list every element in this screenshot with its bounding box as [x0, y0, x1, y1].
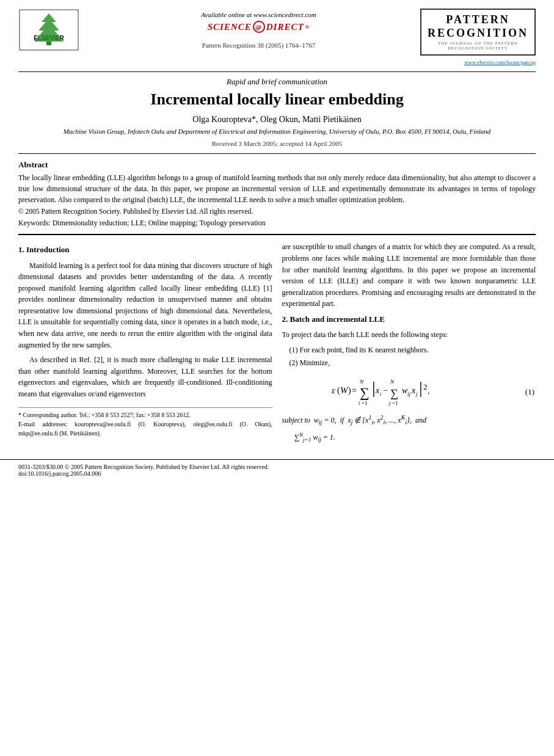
received-dates: Received 3 March 2005; accepted 14 April…: [18, 140, 536, 147]
svg-text:−: −: [383, 386, 388, 395]
journal-title-line1: PATTERN: [428, 13, 528, 27]
svg-text:∑: ∑: [390, 387, 398, 399]
svg-text:∑: ∑: [360, 385, 370, 400]
journal-reference: Pattern Recognition 38 (2005) 1764–1767: [202, 42, 316, 49]
at-icon: @: [253, 21, 265, 33]
authors: Olga Kouropteva*, Oleg Okun, Matti Pieti…: [18, 115, 536, 125]
svg-text:|: |: [372, 378, 376, 397]
registered-mark: ®: [305, 24, 310, 30]
body-rule: [18, 234, 536, 235]
page: ELSEVIER Available online at www.science…: [0, 0, 554, 756]
formula-number: (1): [525, 386, 536, 398]
step2: (2) Minimize,: [282, 357, 536, 369]
right-para1: are susceptible to small changes of a ma…: [282, 241, 536, 310]
journal-subtitle: THE JOURNAL OF THE PATTERN RECOGNITION S…: [428, 41, 528, 51]
formula-block: ε ( W ) = ∑ i =1 N | x i −: [282, 374, 536, 410]
svg-text:W: W: [340, 385, 349, 395]
journal-title-line2: RECOGNITION: [428, 27, 528, 40]
svg-text:): ): [348, 386, 351, 396]
science-text: SCIENCE: [208, 22, 252, 32]
svg-text:i: i: [380, 391, 382, 397]
svg-text:=1: =1: [362, 400, 368, 406]
abstract-rule-top: [18, 153, 536, 154]
subject-to: subject to wij = 0, if xj ∉ {x1i, x2i, .…: [282, 413, 536, 427]
elsevier-logo: ELSEVIER: [18, 9, 86, 54]
header-divider: [18, 71, 536, 72]
pattern-recognition-box: PATTERN RECOGNITION THE JOURNAL OF THE P…: [420, 9, 536, 56]
intro-para2: As described in Ref. [2], it is much mor…: [18, 354, 272, 399]
svg-text:j: j: [388, 400, 391, 406]
corresponding-author-note: * Corresponding author. Tel.: +358 8 553…: [18, 410, 272, 420]
svg-text:,: ,: [428, 386, 429, 395]
constraint1: wij = 0, if xj ∉ {x1i, x2i, ..., xKi}, a…: [314, 416, 426, 424]
svg-text:x: x: [375, 386, 380, 395]
svg-marker-2: [34, 13, 64, 42]
keywords-values: Dimensionality reduction; LLE; Online ma…: [53, 219, 266, 227]
journal-website: www.elsevier.com/locate/patcog: [464, 59, 536, 65]
batch-heading: 2. Batch and incremental LLE: [282, 313, 536, 325]
constraint2: ∑Nj=1 wij = 1.: [282, 431, 536, 445]
affiliation: Machine Vision Group, Infotech Oulu and …: [37, 127, 517, 136]
svg-text:j: j: [415, 391, 418, 397]
svg-text:ε: ε: [332, 385, 335, 395]
copyright-notice: © 2005 Pattern Recognition Society. Publ…: [18, 208, 536, 215]
svg-text:2: 2: [423, 382, 428, 391]
batch-intro: To project data the batch LLE needs the …: [282, 329, 536, 341]
svg-text:N: N: [359, 379, 364, 385]
footnote-area: * Corresponding author. Tel.: +358 8 553…: [18, 407, 272, 438]
intro-para1: Manifold learning is a perfect tool for …: [18, 260, 272, 351]
step1: (1) For each point, find its K nearest n…: [282, 344, 536, 356]
body-columns: 1. Introduction Manifold learning is a p…: [18, 241, 536, 448]
abstract-section: Abstract The locally linear embedding (L…: [18, 160, 536, 228]
header-center: Available online at www.sciencedirect.co…: [92, 9, 426, 49]
journal-brand: PATTERN RECOGNITION THE JOURNAL OF THE P…: [432, 9, 536, 65]
svg-text:x: x: [411, 386, 416, 395]
left-column: 1. Introduction Manifold learning is a p…: [18, 241, 272, 448]
paper-title: Incremental locally linear embedding: [18, 89, 536, 110]
svg-rect-3: [46, 42, 51, 45]
issn-line: 0031-3203/$30.00 © 2005 Pattern Recognit…: [18, 463, 536, 470]
email-label: E-mail addresses:: [18, 421, 67, 427]
email-footnote: E-mail addresses: kouropteva@ee.oulu.fi …: [18, 420, 272, 438]
abstract-heading: Abstract: [18, 160, 536, 170]
formula-svg: ε ( W ) = ∑ i =1 N | x i −: [330, 374, 477, 410]
bottom-bar: 0031-3203/$30.00 © 2005 Pattern Recognit…: [0, 459, 554, 481]
keywords-label: Keywords:: [18, 219, 51, 227]
svg-text:=: =: [352, 386, 357, 395]
svg-text:N: N: [390, 379, 395, 385]
svg-text:ij: ij: [407, 391, 411, 397]
svg-text:|: |: [419, 378, 423, 397]
abstract-text: The locally linear embedding (LLE) algor…: [18, 172, 536, 205]
available-online-text: Available online at www.sciencedirect.co…: [201, 11, 316, 18]
direct-text: DIRECT: [266, 22, 304, 32]
svg-text:=1: =1: [392, 400, 398, 406]
sciencedirect-logo: SCIENCE @ DIRECT ®: [208, 21, 310, 33]
intro-heading: 1. Introduction: [18, 244, 272, 256]
right-column: are susceptible to small changes of a ma…: [282, 241, 536, 448]
header: ELSEVIER Available online at www.science…: [0, 0, 554, 65]
doi-line: doi:10.1016/j.patcog.2005.04.006: [18, 470, 536, 477]
keywords: Keywords: Dimensionality reduction; LLE;…: [18, 219, 536, 228]
svg-text:i: i: [359, 400, 360, 406]
communication-type: Rapid and brief communication: [0, 77, 554, 87]
